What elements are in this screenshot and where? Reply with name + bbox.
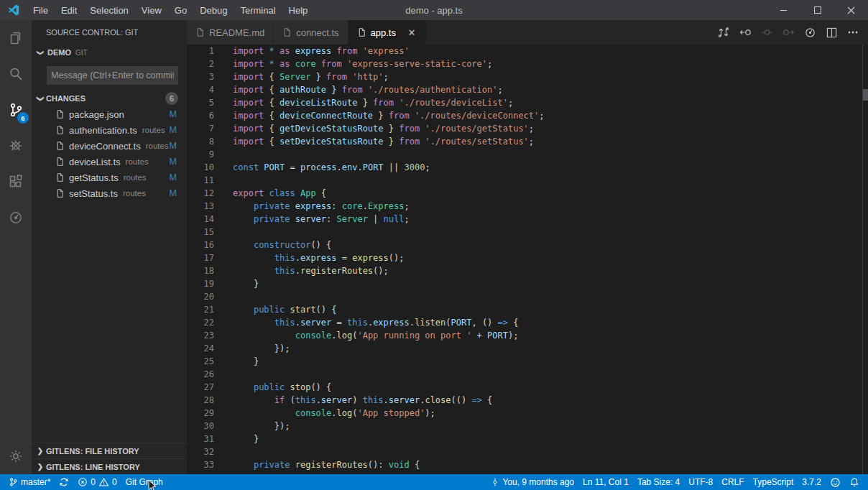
- changed-file-row[interactable]: deviceConnect.tsroutesM: [32, 138, 187, 154]
- code-line[interactable]: export class App {: [233, 187, 326, 200]
- activity-manage[interactable]: [0, 438, 32, 474]
- file-name: authentication.ts: [69, 125, 137, 136]
- activity-search[interactable]: [0, 56, 32, 92]
- code-line[interactable]: console.log('App running on port ' + POR…: [233, 329, 518, 342]
- code-line[interactable]: import { setDeviceStatusRoute } from './…: [233, 135, 534, 148]
- tab-app[interactable]: app.ts ✕: [348, 20, 427, 45]
- menu-go[interactable]: Go: [168, 5, 193, 16]
- activity-explorer[interactable]: [0, 20, 32, 56]
- file-icon: [55, 188, 65, 198]
- line-number: 9: [187, 148, 214, 161]
- menu-debug[interactable]: Debug: [193, 5, 234, 16]
- code-line[interactable]: public stop() {: [233, 381, 331, 394]
- code-line[interactable]: import { getDeviceStatusRoute } from './…: [233, 122, 534, 135]
- encoding-indicator[interactable]: UTF-8: [684, 474, 717, 490]
- activity-gitlens[interactable]: [0, 200, 32, 236]
- code-line[interactable]: public start() {: [233, 303, 337, 316]
- branch-indicator[interactable]: master*: [4, 474, 55, 490]
- code-line[interactable]: });: [233, 420, 290, 433]
- tab-connect[interactable]: connect.ts: [274, 20, 348, 45]
- status-bar: master* 0 0 Git Graph You, 9 months ago …: [0, 474, 868, 490]
- file-name: setStatus.ts: [69, 188, 118, 199]
- changed-file-row[interactable]: deviceList.tsroutesM: [32, 154, 187, 170]
- code-line[interactable]: import { Server } from 'http';: [233, 70, 389, 83]
- changed-file-row[interactable]: setStatus.tsroutesM: [32, 185, 187, 201]
- code-line[interactable]: this.express = express();: [233, 251, 404, 264]
- code-line[interactable]: private server: Server | null;: [233, 213, 410, 226]
- notifications-button[interactable]: [845, 474, 864, 490]
- ts-version-indicator[interactable]: 3.7.2: [798, 474, 826, 490]
- activity-source-control[interactable]: 6: [0, 92, 32, 128]
- line-number: 13: [187, 200, 214, 213]
- cursor-position[interactable]: Ln 11, Col 1: [578, 474, 633, 490]
- code-line[interactable]: if (this.server) this.server.close(() =>…: [233, 394, 492, 407]
- window-title: demo - app.ts: [405, 5, 463, 16]
- split-editor-icon[interactable]: [821, 20, 842, 45]
- git-status-badge: M: [170, 188, 177, 198]
- code-line[interactable]: import * as core from 'express-serve-sta…: [233, 57, 492, 70]
- changed-file-row[interactable]: getStatus.tsroutesM: [32, 170, 187, 185]
- file-folder: routes: [126, 157, 149, 166]
- sync-button[interactable]: [55, 474, 73, 490]
- maximize-button[interactable]: [800, 0, 834, 20]
- minimize-button[interactable]: [767, 0, 800, 20]
- menu-file[interactable]: File: [27, 5, 55, 16]
- section-gitlens-file-history[interactable]: ❯GITLENS: FILE HISTORY: [32, 443, 187, 458]
- problems-indicator[interactable]: 0 0: [73, 474, 121, 490]
- open-changes-icon[interactable]: [713, 20, 734, 45]
- code-line[interactable]: console.log('App stopped');: [233, 407, 435, 420]
- repo-header[interactable]: ❯ DEMO GIT: [32, 45, 187, 60]
- line-number: 26: [187, 368, 214, 381]
- activity-debug[interactable]: [0, 128, 32, 164]
- section-gitlens-line-history[interactable]: ❯GITLENS: LINE HISTORY: [32, 458, 187, 474]
- code-line[interactable]: this.registerRoutes();: [233, 264, 389, 277]
- changes-section-header[interactable]: ❯ CHANGES 6: [32, 91, 187, 106]
- changed-file-row[interactable]: package.jsonM: [32, 106, 187, 122]
- code-line[interactable]: import { deviceConnectRoute } from './ro…: [233, 109, 545, 122]
- chevron-down-icon: ❯: [37, 47, 45, 58]
- close-window-button[interactable]: [834, 0, 868, 20]
- scrollbar-thumb[interactable]: [863, 89, 868, 101]
- previous-change-icon[interactable]: [734, 20, 756, 45]
- code-line[interactable]: const PORT = process.env.PORT || 3000;: [233, 161, 430, 174]
- code-line[interactable]: this.server = this.express.listen(PORT, …: [233, 316, 518, 329]
- file-icon: [55, 125, 65, 135]
- menu-edit[interactable]: Edit: [55, 5, 83, 16]
- git-graph-button[interactable]: Git Graph: [121, 474, 167, 490]
- file-folder: routes: [124, 173, 147, 182]
- blame-annotation[interactable]: You, 9 months ago: [486, 474, 578, 490]
- tab-label: app.ts: [371, 27, 396, 38]
- tab-readme[interactable]: README.md: [187, 20, 274, 45]
- language-indicator[interactable]: TypeScript: [749, 474, 798, 490]
- changed-file-row[interactable]: authentication.tsroutesM: [32, 122, 187, 138]
- line-number: 22: [187, 316, 214, 329]
- close-tab-icon[interactable]: ✕: [406, 27, 417, 38]
- eol-indicator[interactable]: CRLF: [717, 474, 748, 490]
- code-line[interactable]: import { deviceListRoute } from './route…: [233, 96, 513, 109]
- tab-size-indicator[interactable]: Tab Size: 4: [633, 474, 684, 490]
- menu-selection[interactable]: Selection: [83, 5, 134, 16]
- menu-help[interactable]: Help: [282, 5, 315, 16]
- code-line[interactable]: constructor() {: [233, 239, 331, 251]
- menu-terminal[interactable]: Terminal: [234, 5, 282, 16]
- code-line[interactable]: });: [233, 342, 290, 355]
- tab-label: connect.ts: [296, 27, 338, 38]
- code-line[interactable]: }: [233, 433, 259, 445]
- code-line[interactable]: import * as express from 'express': [233, 45, 410, 57]
- status-bar-right: You, 9 months ago Ln 11, Col 1 Tab Size:…: [486, 474, 864, 490]
- line-number: 2: [187, 57, 214, 70]
- feedback-button[interactable]: [826, 474, 845, 490]
- commit-message-input[interactable]: [47, 66, 178, 85]
- gear-icon: [7, 448, 24, 465]
- code-line[interactable]: }: [233, 355, 259, 368]
- code-line[interactable]: }: [233, 277, 259, 290]
- code-line[interactable]: private registerRoutes(): void {: [233, 458, 420, 471]
- menu-view[interactable]: View: [135, 5, 168, 16]
- code-line[interactable]: private express: core.Express;: [233, 200, 410, 213]
- more-actions-icon[interactable]: [842, 20, 864, 45]
- debug-icon: [7, 137, 24, 154]
- code-editor[interactable]: 1import * as express from 'express'2impo…: [187, 45, 868, 474]
- gitlens-file-history-icon[interactable]: [799, 20, 821, 45]
- code-line[interactable]: import { authRoute } from './routes/auth…: [233, 83, 503, 96]
- activity-extensions[interactable]: [0, 164, 32, 200]
